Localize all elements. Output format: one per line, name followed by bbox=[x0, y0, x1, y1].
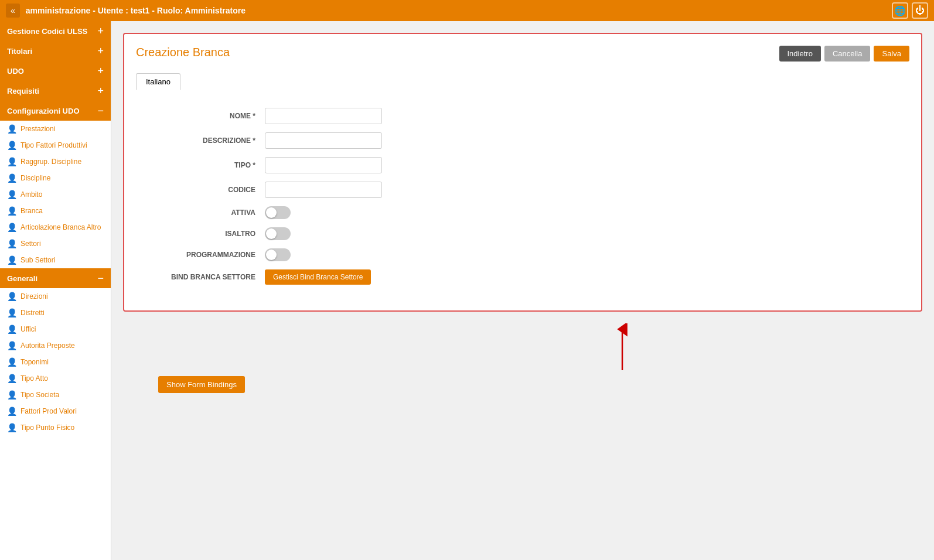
sidebar-item-label: Discipline bbox=[21, 174, 50, 182]
form-row-attiva: ATTIVA bbox=[148, 206, 898, 219]
person-icon: 👤 bbox=[7, 292, 17, 301]
form-card: Creazione Branca Indietro Cancella Salva… bbox=[123, 33, 922, 312]
sidebar-section-generali[interactable]: Generali − bbox=[0, 268, 111, 288]
sidebar-item-sub-settori[interactable]: 👤 Sub Settori bbox=[0, 252, 111, 268]
sidebar-item-label: Autorita Preposte bbox=[21, 342, 75, 350]
sidebar-item-direzioni[interactable]: 👤 Direzioni bbox=[0, 288, 111, 305]
person-icon: 👤 bbox=[7, 423, 17, 432]
sidebar-item-label: Articolazione Branca Altro bbox=[21, 223, 101, 231]
person-icon: 👤 bbox=[7, 173, 17, 183]
programmazione-label: PROGRAMMAZIONE bbox=[148, 251, 265, 259]
form-title: Creazione Branca bbox=[136, 46, 230, 59]
tab-bar: Italiano bbox=[136, 73, 909, 90]
sidebar-item-branca[interactable]: 👤 Branca bbox=[0, 203, 111, 219]
codice-input[interactable] bbox=[265, 182, 382, 198]
sidebar-section-gestione-codici-ulss[interactable]: Gestione Codici ULSS + bbox=[0, 21, 111, 41]
sidebar-item-label: Toponimi bbox=[21, 358, 49, 366]
sidebar-section-label: Generali bbox=[7, 274, 38, 283]
codice-label: CODICE bbox=[148, 186, 265, 194]
sidebar-item-tipo-societa[interactable]: 👤 Tipo Societa bbox=[0, 387, 111, 403]
sidebar-item-label: Branca bbox=[21, 207, 43, 215]
nome-input[interactable] bbox=[265, 108, 382, 124]
gestisci-bind-button[interactable]: Gestisci Bind Branca Settore bbox=[265, 269, 371, 285]
person-icon: 👤 bbox=[7, 308, 17, 317]
attiva-toggle-thumb bbox=[266, 207, 277, 218]
content-area: Creazione Branca Indietro Cancella Salva… bbox=[111, 21, 934, 560]
person-icon: 👤 bbox=[7, 325, 17, 334]
form-row-tipo: TIPO * bbox=[148, 157, 898, 173]
sidebar-item-label: Sub Settori bbox=[21, 256, 55, 264]
sidebar-item-label: Tipo Punto Fisico bbox=[21, 424, 74, 432]
isaltro-toggle-thumb bbox=[266, 228, 277, 239]
sidebar-section-toggle[interactable]: + bbox=[97, 26, 104, 36]
sidebar-item-distretti[interactable]: 👤 Distretti bbox=[0, 305, 111, 321]
person-icon: 👤 bbox=[7, 390, 17, 399]
globe-button[interactable]: 🌐 bbox=[892, 2, 908, 19]
sidebar-item-label: Distretti bbox=[21, 309, 45, 317]
sidebar: Gestione Codici ULSS + Titolari + UDO + … bbox=[0, 21, 111, 560]
form-row-isaltro: ISALTRO bbox=[148, 227, 898, 240]
power-button[interactable]: ⏻ bbox=[912, 2, 928, 19]
sidebar-section-label: UDO bbox=[7, 67, 24, 76]
topbar-icons: 🌐 ⏻ bbox=[892, 2, 928, 19]
programmazione-toggle[interactable] bbox=[265, 248, 291, 261]
sidebar-item-raggrup-discipline[interactable]: 👤 Raggrup. Discipline bbox=[0, 153, 111, 170]
collapse-button[interactable]: « bbox=[6, 4, 20, 18]
form-row-descrizione: DESCRIZIONE * bbox=[148, 132, 898, 149]
sidebar-section-toggle[interactable]: − bbox=[97, 273, 104, 284]
sidebar-section-toggle[interactable]: − bbox=[97, 105, 104, 116]
form-actions: Indietro Cancella Salva bbox=[779, 46, 910, 62]
person-icon: 👤 bbox=[7, 124, 17, 134]
sidebar-section-titolari[interactable]: Titolari + bbox=[0, 41, 111, 61]
show-bindings-container: Show Form Bindings bbox=[158, 376, 922, 405]
person-icon: 👤 bbox=[7, 374, 17, 383]
sidebar-item-prestazioni[interactable]: 👤 Prestazioni bbox=[0, 121, 111, 137]
nome-label: NOME * bbox=[148, 112, 265, 120]
sidebar-item-fattori-prod-valori[interactable]: 👤 Fattori Prod Valori bbox=[0, 403, 111, 419]
form-fields: NOME * DESCRIZIONE * TIPO * CODICE bbox=[136, 102, 909, 299]
sidebar-section-configurazioni-udo[interactable]: Configurazioni UDO − bbox=[0, 101, 111, 121]
person-icon: 👤 bbox=[7, 255, 17, 265]
sidebar-item-settori[interactable]: 👤 Settori bbox=[0, 235, 111, 252]
sidebar-item-label: Prestazioni bbox=[21, 125, 55, 133]
sidebar-section-requisiti[interactable]: Requisiti + bbox=[0, 81, 111, 101]
sidebar-item-label: Tipo Atto bbox=[21, 374, 48, 383]
descrizione-label: DESCRIZIONE * bbox=[148, 136, 265, 145]
sidebar-item-tipo-punto-fisico[interactable]: 👤 Tipo Punto Fisico bbox=[0, 419, 111, 436]
form-card-header: Creazione Branca Indietro Cancella Salva bbox=[136, 46, 909, 62]
bind-branca-label: BIND BRANCA SETTORE bbox=[148, 273, 265, 281]
sidebar-item-toponimi[interactable]: 👤 Toponimi bbox=[0, 354, 111, 370]
sidebar-item-discipline[interactable]: 👤 Discipline bbox=[0, 170, 111, 186]
sidebar-item-label: Ambito bbox=[21, 190, 42, 199]
person-icon: 👤 bbox=[7, 141, 17, 150]
sidebar-item-ambito[interactable]: 👤 Ambito bbox=[0, 186, 111, 203]
tipo-input[interactable] bbox=[265, 157, 382, 173]
sidebar-item-autorita[interactable]: 👤 Autorita Preposte bbox=[0, 337, 111, 354]
sidebar-item-tipo-fattori[interactable]: 👤 Tipo Fattori Produttivi bbox=[0, 137, 111, 153]
salva-button[interactable]: Salva bbox=[874, 46, 909, 62]
sidebar-item-label: Fattori Prod Valori bbox=[21, 407, 77, 415]
show-form-bindings-button[interactable]: Show Form Bindings bbox=[158, 376, 245, 393]
sidebar-section-label: Requisiti bbox=[7, 87, 39, 95]
indietro-button[interactable]: Indietro bbox=[779, 46, 821, 62]
sidebar-section-toggle[interactable]: + bbox=[97, 66, 104, 76]
sidebar-section-toggle[interactable]: + bbox=[97, 86, 104, 96]
topbar-title: amministrazione - Utente : test1 - Ruolo… bbox=[26, 6, 892, 15]
form-row-codice: CODICE bbox=[148, 182, 898, 198]
sidebar-item-tipo-atto[interactable]: 👤 Tipo Atto bbox=[0, 370, 111, 387]
sidebar-item-label: Settori bbox=[21, 240, 41, 248]
attiva-toggle[interactable] bbox=[265, 206, 291, 219]
form-row-programmazione: PROGRAMMAZIONE bbox=[148, 248, 898, 261]
cancella-button[interactable]: Cancella bbox=[824, 46, 871, 62]
form-row-bind-branca: BIND BRANCA SETTORE Gestisci Bind Branca… bbox=[148, 269, 898, 285]
isaltro-toggle[interactable] bbox=[265, 227, 291, 240]
sidebar-section-toggle[interactable]: + bbox=[97, 46, 104, 56]
tab-italiano[interactable]: Italiano bbox=[136, 73, 180, 90]
descrizione-input[interactable] bbox=[265, 132, 382, 149]
sidebar-section-udo[interactable]: UDO + bbox=[0, 61, 111, 81]
sidebar-item-label: Tipo Societa bbox=[21, 391, 59, 399]
topbar: « amministrazione - Utente : test1 - Ruo… bbox=[0, 0, 934, 21]
sidebar-item-articolazione-branca[interactable]: 👤 Articolazione Branca Altro bbox=[0, 219, 111, 235]
person-icon: 👤 bbox=[7, 190, 17, 199]
sidebar-item-uffici[interactable]: 👤 Uffici bbox=[0, 321, 111, 337]
